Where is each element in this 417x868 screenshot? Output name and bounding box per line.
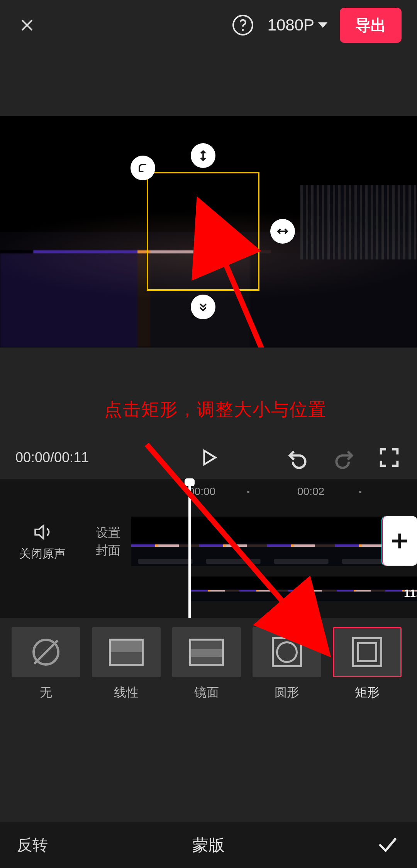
sub-clip-duration: 11.3s [404,587,417,600]
sub-clip-thumb [337,576,385,601]
chevron-down-icon [318,22,327,28]
check-icon [375,832,400,857]
export-button[interactable]: 导出 [340,8,402,43]
annotation-text: 点击矩形，调整大小与位置 [104,398,327,422]
playback-right-controls [286,445,402,470]
arrows-horizontal-icon [276,224,290,238]
timeline[interactable]: 00:00 00:02 关闭原声 设置 封面 11. [0,479,417,618]
mask-corner-radius-handle[interactable] [131,156,155,180]
mask-label: 无 [40,684,52,701]
cover-line2: 封面 [85,541,131,559]
mask-rectangle[interactable] [147,172,259,291]
ruler-mark-0: 00:00 [188,485,215,498]
annotation-band: 点击矩形，调整大小与位置 [0,348,417,436]
resolution-value: 1080P [268,16,314,34]
mirror-icon [189,639,224,666]
rounded-corner-icon [136,161,150,175]
mask-tile-mirror [172,627,241,677]
set-cover-button[interactable]: 设置 封面 [85,524,131,559]
ruler-mark-2: 00:02 [297,485,324,498]
mute-button[interactable]: 关闭原声 [0,521,85,562]
ruler-dot [359,491,361,493]
confirm-button[interactable] [375,832,400,858]
mask-tile-none [12,627,80,677]
chevrons-down-icon [196,300,210,314]
svg-marker-4 [204,451,215,465]
main-track: 关闭原声 设置 封面 [0,516,417,566]
arrows-vertical-icon [196,149,210,163]
help-button[interactable] [231,13,255,37]
bottom-bar: 反转 蒙版 [0,822,417,868]
undo-button[interactable] [286,445,310,470]
add-clip-button[interactable] [382,516,417,566]
speaker-icon [32,521,53,543]
main-clip-strip[interactable] [131,517,417,566]
time-total: 00:11 [54,449,89,466]
spacer-top [0,50,417,116]
timeline-ruler: 00:00 00:02 [0,479,417,500]
mask-height-handle[interactable] [191,143,215,168]
mask-feather-handle[interactable] [191,295,215,319]
redo-button[interactable] [331,445,356,470]
clip-thumb [267,517,335,566]
time-current: 00:00 [15,449,50,466]
sub-clip-thumb [288,576,337,601]
clip-thumb [199,517,267,566]
preview-city [300,185,417,259]
mask-width-handle[interactable] [270,219,295,244]
play-icon [198,447,219,468]
close-icon [19,17,36,34]
mask-option-mirror[interactable]: 镜面 [172,627,241,701]
undo-icon [286,445,310,470]
sub-clip-thumb [239,576,288,601]
panel-title: 蒙版 [192,834,225,856]
mask-center-handle[interactable] [197,225,210,238]
fullscreen-icon [377,445,402,470]
invert-button[interactable]: 反转 [17,834,48,856]
mask-tile-linear [92,627,161,677]
ruler-dot [247,491,249,493]
cover-line1: 设置 [85,524,131,541]
close-button[interactable] [15,14,39,37]
preview-canvas[interactable] [0,116,417,348]
mask-option-linear[interactable]: 线性 [92,627,161,701]
mask-options: 无 线性 镜面 圆形 矩形 [0,618,417,714]
fullscreen-button[interactable] [377,445,402,470]
mask-label: 矩形 [355,684,380,701]
none-icon [32,639,59,666]
mask-option-circle[interactable]: 圆形 [253,627,321,701]
mask-label: 镜面 [194,684,219,701]
sub-track[interactable]: 11.3s [188,576,417,601]
mask-option-none[interactable]: 无 [12,627,80,701]
mask-label: 线性 [114,684,139,701]
playback-bar: 00:00/00:11 [0,436,417,479]
resolution-selector[interactable]: 1080P [266,13,329,37]
sub-clip-strip[interactable]: 11.3s [191,576,417,601]
header-right: 1080P 导出 [231,8,402,43]
linear-icon [109,639,144,666]
sub-clip-thumb [191,576,239,601]
playhead[interactable] [188,479,191,618]
circle-icon [272,637,302,667]
play-button[interactable] [198,447,219,468]
mask-tile-rect [333,627,402,677]
mask-tile-circle [253,627,321,677]
plus-icon [388,530,411,552]
svg-point-1 [242,29,244,31]
mask-option-rect[interactable]: 矩形 [333,627,402,701]
redo-icon [331,445,356,470]
header: 1080P 导出 [0,0,417,50]
help-icon [231,14,254,37]
rect-icon [352,637,382,667]
mute-label: 关闭原声 [0,546,85,562]
mask-label: 圆形 [275,684,299,701]
